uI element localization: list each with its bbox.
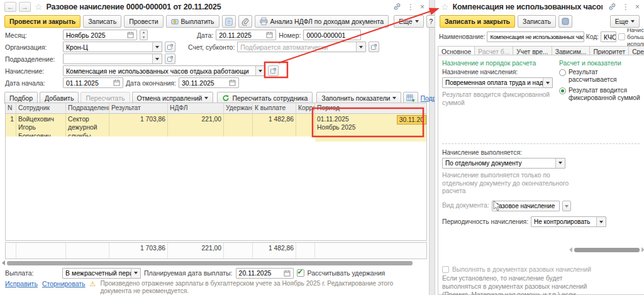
performed-hint: Начисление выполняется только по отдельн… [442, 172, 587, 196]
period-month: Ноябрь 2025 [317, 124, 356, 131]
calendar-icon[interactable] [127, 31, 134, 38]
reverse-link[interactable]: Сторнировать [42, 280, 86, 287]
purpose-section-title: Назначение и порядок расчета [442, 60, 555, 67]
favorite-star-icon[interactable]: ☆ [441, 3, 449, 11]
scroll-left-icon[interactable] [569, 247, 572, 252]
radio-fixed-label: Результат вводится фиксированной суммой [569, 87, 641, 103]
col-header-n[interactable]: N [6, 103, 16, 114]
col-header-to-pay[interactable]: К выплате [253, 103, 296, 114]
post-and-close-button[interactable]: Провести и закрыть [4, 15, 80, 28]
code-input[interactable]: КЧО [601, 31, 616, 42]
performed-select[interactable]: По отдельному документу [442, 158, 565, 169]
back-button[interactable]: ← [4, 2, 16, 12]
divider [442, 143, 640, 144]
chevron-down-icon [565, 205, 569, 208]
col-header-deductions[interactable]: Удержания [224, 103, 253, 114]
department-open-button[interactable] [165, 53, 175, 64]
radio-fixed[interactable] [559, 87, 566, 94]
payment-select[interactable]: В межрасчетный период [62, 268, 141, 279]
col-header-department[interactable]: Подразделение [66, 103, 109, 114]
month-stepper[interactable]: ▲▼ [140, 30, 148, 40]
account-label: Счет, субконто: [188, 43, 235, 51]
accrual-open-button[interactable] [268, 65, 279, 76]
organization-open-button[interactable] [165, 42, 175, 52]
total-to-pay: 1 482,86 [253, 243, 296, 259]
date-end-input[interactable]: 30.11.2025 [179, 77, 239, 88]
date-input[interactable]: 20.11.2025 [216, 30, 276, 40]
onetime-checkbox[interactable] [442, 266, 449, 273]
journal-icon [562, 18, 569, 25]
calendar-icon[interactable] [266, 31, 273, 38]
purpose-select[interactable]: Повременная оплата труда и надбавки [442, 77, 553, 88]
scroll-left-icon[interactable] [2, 260, 5, 265]
col-header-ndfl[interactable]: НДФЛ [168, 103, 224, 114]
close-icon[interactable]: × [635, 3, 640, 11]
number-input[interactable]: 0000-000001 [303, 30, 361, 40]
ndfl-analysis-button[interactable]: Анализ НДФЛ по доходам документа [255, 15, 389, 28]
pay-button[interactable]: Выплатить [166, 15, 219, 28]
organization-select[interactable]: Крон-Ц [63, 42, 162, 52]
name-label: Наименование: [439, 33, 485, 40]
periodicity-label: Периодичность начисления: [442, 218, 528, 225]
department-select[interactable] [63, 53, 162, 64]
onetime-checkbox-row[interactable]: Выполнять в документах разовых начислени… [442, 266, 641, 273]
account-subconto-input[interactable]: Подбирается автоматически [237, 42, 366, 52]
attachments-button[interactable] [238, 15, 252, 28]
chevron-down-icon [134, 272, 138, 274]
menu-dots-icon[interactable]: ⋮ [407, 3, 414, 11]
page-title: Компенсация не использованных часов отды… [453, 3, 602, 11]
col-header-period[interactable]: Период [315, 103, 426, 114]
horizontal-scrollbar[interactable] [2, 260, 427, 266]
radio-fixed-row[interactable]: Результат вводится фиксированной суммой [559, 87, 641, 103]
period-start: 01.11.2025 [317, 116, 349, 123]
col-header-correction[interactable]: Коррект. в... [296, 103, 315, 114]
scrollbar-thumb[interactable] [574, 248, 640, 252]
table-row[interactable]: 1 Войцехович Игорь Борисович Сектор дежу… [6, 114, 426, 136]
scrollbar-thumb[interactable] [7, 261, 413, 265]
doc-type-input[interactable]: Разовое начисление [492, 201, 560, 211]
organization-row: Организация: Крон-Ц Счет, субконто: Подб… [5, 42, 424, 52]
fix-link[interactable]: Исправить [5, 280, 38, 287]
month-input[interactable]: Ноябрь 2025 [63, 30, 137, 40]
date-start-input[interactable]: 01.11.2025 [63, 77, 123, 88]
close-icon[interactable]: × [420, 3, 425, 11]
radio-calculated-row[interactable]: Результат рассчитывается [559, 69, 641, 84]
accrual-row: Начисление: Компенсация не использованны… [5, 65, 424, 76]
floating-scrollbar[interactable] [569, 247, 644, 252]
doc-type-label: Вид документа: [442, 202, 489, 210]
get-link-icon[interactable] [608, 3, 616, 12]
forward-button[interactable]: → [19, 2, 31, 12]
calc-deductions-checkbox[interactable] [297, 269, 304, 277]
name-input[interactable]: Компенсация не использованных часов отды… [487, 31, 584, 42]
save-and-close-button[interactable]: Записать и закрыть [440, 15, 515, 28]
more-button[interactable]: Еще [394, 15, 423, 28]
table-header-row: N Сотрудник Подразделение Результат НДФЛ… [6, 103, 426, 114]
doc-type-dropdown[interactable] [562, 201, 571, 211]
planned-date-input[interactable]: 20.11.2025 [236, 268, 294, 279]
cell-period: 01.11.2025 30.11.20 Ноябрь 2025 [315, 114, 426, 142]
journal-button[interactable] [558, 15, 572, 28]
discontinued-checkbox[interactable] [618, 33, 625, 40]
get-link-icon[interactable] [393, 3, 401, 12]
col-header-result[interactable]: Результат [109, 103, 168, 114]
periodicity-select[interactable]: Не контролировать [531, 216, 606, 227]
favorite-star-icon[interactable]: ☆ [35, 3, 43, 11]
calendar-icon[interactable] [229, 79, 236, 86]
accrual-select[interactable]: Компенсация не использованных часов отды… [63, 65, 265, 76]
open-link-icon [167, 43, 174, 50]
menu-dots-icon[interactable]: ⋮ [622, 3, 630, 11]
save-button[interactable]: Записать [518, 15, 556, 28]
radio-calculated[interactable] [559, 69, 566, 76]
calendar-icon[interactable] [284, 270, 291, 277]
col-header-employee[interactable]: Сотрудник [16, 103, 66, 114]
journal-button[interactable] [222, 15, 236, 28]
post-button[interactable]: Провести [124, 15, 163, 28]
calendar-icon[interactable] [113, 79, 120, 86]
account-open-button[interactable] [369, 42, 379, 52]
period-end-field[interactable]: 30.11.20 [397, 115, 426, 125]
scroll-right-icon[interactable] [641, 247, 644, 252]
save-button[interactable]: Записать [83, 15, 121, 28]
window-header: ☆ Компенсация не использованных часов от… [435, 0, 644, 14]
page-title: Разовое начисление 0000-000001 от 20.11.… [47, 3, 221, 11]
payment-label: Выплата: [5, 269, 59, 277]
